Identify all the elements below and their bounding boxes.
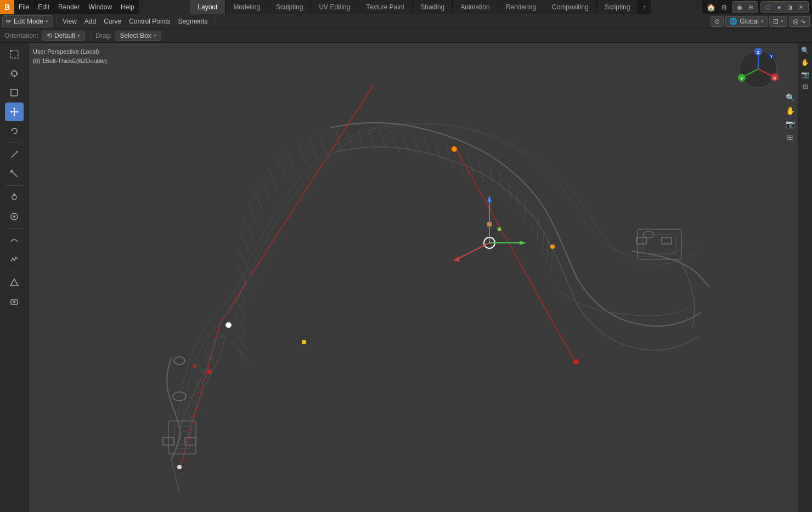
svg-marker-11 — [13, 115, 15, 116]
svg-point-28 — [13, 301, 15, 303]
svg-point-21 — [12, 195, 16, 200]
tool-smooth[interactable] — [5, 231, 24, 249]
svg-point-105 — [302, 340, 306, 344]
view-menu[interactable]: View — [59, 16, 80, 27]
rt-zoom[interactable]: 🔍 — [800, 45, 811, 56]
snap-magnet-icon: ⊡ — [773, 18, 779, 25]
sep-orient — [90, 31, 91, 41]
tab-sculpting[interactable]: Sculpting — [268, 0, 311, 14]
proportional-edit[interactable]: ◎ ∿ — [789, 16, 810, 27]
proportional-icon: ◎ — [793, 18, 798, 25]
mode-selector[interactable]: ✏ Edit Mode ▾ — [2, 15, 53, 27]
add-workspace-button[interactable]: + — [638, 0, 651, 14]
svg-rect-1 — [10, 50, 12, 52]
wireframe-icon[interactable]: ⬡ — [763, 2, 773, 12]
tool-tilt[interactable] — [5, 274, 24, 292]
blender-logo[interactable]: B — [0, 0, 14, 14]
sep1 — [56, 16, 57, 26]
orientation-value: Default — [54, 32, 75, 39]
sep-tools-1 — [6, 143, 22, 143]
control-points-menu[interactable]: Control Points — [126, 16, 173, 27]
orientation-selector[interactable]: ⟲ Default ▾ — [42, 31, 85, 41]
drag-chevron: ▾ — [154, 33, 156, 38]
menu-file[interactable]: File — [14, 0, 33, 14]
menu-render[interactable]: Render — [54, 0, 84, 14]
tab-rendering[interactable]: Rendering — [498, 0, 544, 14]
tool-shear[interactable] — [5, 293, 24, 311]
tab-scripting[interactable]: Scripting — [597, 0, 639, 14]
tab-compositing[interactable]: Compositing — [544, 0, 597, 14]
curve-menu[interactable]: Curve — [100, 16, 125, 27]
pan-icon[interactable]: ✋ — [785, 105, 796, 116]
zoom-icon[interactable]: 🔍 — [785, 92, 796, 103]
global-chevron: ▾ — [761, 19, 764, 24]
toolbar-orientation: Orientation: ⟲ Default ▾ Drag: Select Bo… — [0, 29, 812, 43]
tool-radius[interactable] — [5, 207, 24, 226]
tool-randomize[interactable] — [5, 250, 24, 269]
tool-box-select[interactable] — [5, 45, 24, 64]
tool-rotate[interactable] — [5, 122, 24, 140]
camera-icon[interactable]: 📷 — [785, 118, 796, 129]
orientation-icon: ⟲ — [47, 32, 52, 39]
svg-text:Y: Y — [770, 55, 773, 59]
svg-line-18 — [11, 170, 18, 177]
mode-label: Edit Mode — [14, 18, 43, 25]
snap-group[interactable]: ⊡ ▾ — [769, 16, 787, 27]
material-preview-icon[interactable]: ◑ — [785, 2, 795, 12]
drag-selector[interactable]: Select Box ▾ — [115, 31, 161, 41]
tool-annotate[interactable] — [5, 145, 24, 164]
toolbar-right: ⊙ 🌐 Global ▾ ⊡ ▾ ◎ ∿ — [710, 16, 810, 27]
left-toolbar — [0, 43, 29, 512]
tool-cursor[interactable] — [5, 64, 24, 83]
rt-camera[interactable]: 📷 — [800, 69, 811, 80]
render-engine-icon[interactable]: ⚙ — [719, 2, 730, 13]
belt-scene — [29, 43, 798, 512]
menu-window[interactable]: Window — [84, 0, 116, 14]
drag-label: Drag: — [95, 32, 111, 39]
header-right: 🏠 ⚙ ◉ ⊕ ⬡ ● ◑ ☀ — [702, 0, 812, 14]
header-left: B File Edit Render Window Help — [0, 0, 139, 14]
orientation-label: Orientation: — [4, 32, 38, 39]
solid-icon[interactable]: ● — [774, 2, 784, 12]
rt-pan[interactable]: ✋ — [800, 57, 811, 68]
scene-icon[interactable]: 🏠 — [706, 2, 717, 13]
tool-scale[interactable] — [5, 83, 24, 102]
svg-rect-99 — [498, 227, 501, 231]
mode-icon: ✏ — [6, 18, 12, 25]
viewport-3d[interactable]: User Perspective (Local) (0) 1Belt-Thick… — [29, 43, 798, 512]
tool-transform[interactable] — [5, 103, 24, 121]
tab-shading[interactable]: Shading — [413, 0, 453, 14]
global-label: Global — [740, 18, 759, 25]
sep2 — [214, 16, 215, 26]
render-preview-icon[interactable]: ☀ — [796, 2, 806, 12]
svg-marker-10 — [13, 107, 15, 109]
svg-marker-12 — [10, 111, 12, 113]
orientation-gizmo[interactable]: Z X Y Y — [737, 48, 779, 90]
svg-point-25 — [13, 215, 15, 218]
tool-measure[interactable] — [5, 164, 24, 183]
tool-extrude[interactable] — [5, 188, 24, 207]
pivot-icon: ⊙ — [714, 18, 720, 25]
add-menu[interactable]: Add — [81, 16, 99, 27]
menu-help[interactable]: Help — [116, 0, 139, 14]
right-toolbar: 🔍 ✋ 📷 ⊞ — [798, 43, 812, 141]
global-orientation[interactable]: 🌐 Global ▾ — [725, 16, 768, 27]
segments-menu[interactable]: Segments — [175, 16, 211, 27]
orientation-chevron: ▾ — [77, 33, 80, 38]
svg-marker-26 — [10, 279, 18, 286]
svg-rect-98 — [487, 222, 492, 226]
overlay-icon-1[interactable]: ◉ — [735, 2, 745, 12]
tab-layout[interactable]: Layout — [190, 0, 225, 14]
mode-chevron: ▾ — [46, 19, 48, 24]
svg-point-118 — [573, 359, 579, 365]
overlay-icon-2[interactable]: ⊕ — [746, 2, 755, 12]
tab-animation[interactable]: Animation — [453, 0, 498, 14]
tab-texture-paint[interactable]: Texture Paint — [358, 0, 413, 14]
quad-view-icon[interactable]: ⊞ — [785, 132, 796, 143]
tab-uv-editing[interactable]: UV Editing — [311, 0, 358, 14]
menu-edit[interactable]: Edit — [33, 0, 54, 14]
tab-modeling[interactable]: Modeling — [225, 0, 268, 14]
rt-quad[interactable]: ⊞ — [800, 81, 811, 92]
svg-marker-23 — [13, 193, 15, 195]
transform-pivot[interactable]: ⊙ — [710, 16, 724, 27]
